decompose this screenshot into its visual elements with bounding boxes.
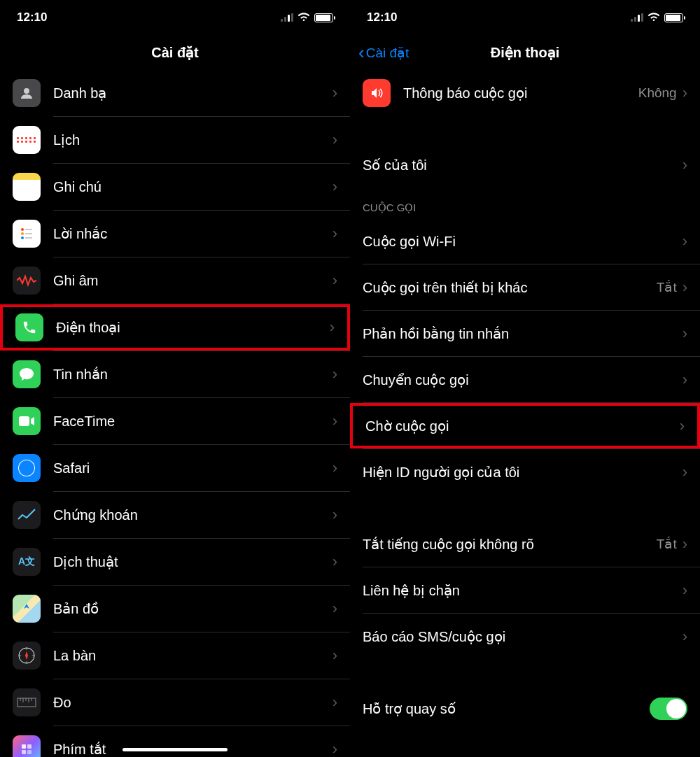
setting-label: Báo cáo SMS/cuộc gọi (363, 628, 682, 645)
chevron-right-icon: › (682, 628, 687, 646)
setting-label: Cuộc gọi trên thiết bị khác (363, 279, 657, 296)
settings-item-label: Lời nhắc (53, 225, 332, 242)
svg-rect-21 (22, 744, 26, 749)
notes-icon (13, 173, 41, 201)
settings-item-label: Điện thoại (56, 319, 330, 336)
chevron-right-icon: › (682, 581, 687, 600)
status-time: 12:10 (367, 10, 397, 24)
translate-icon: A文 (13, 548, 41, 576)
status-bar: 12:10 (0, 0, 350, 35)
wifi-icon (648, 11, 660, 24)
svg-point-0 (24, 88, 29, 94)
phone-settings-screen: 12:10 ‹ Cài đặt Điện thoại Thông báo cuộ… (350, 0, 700, 757)
setting-respond-text[interactable]: Phản hồi bằng tin nhắn › (350, 311, 700, 356)
setting-label: Liên hệ bị chặn (363, 582, 682, 599)
settings-item-compass[interactable]: La bàn › (0, 632, 350, 679)
chevron-right-icon: › (332, 459, 337, 477)
setting-label: Phản hồi bằng tin nhắn (363, 325, 682, 342)
chevron-right-icon: › (332, 600, 337, 618)
settings-item-shortcuts[interactable]: Phím tắt › (0, 726, 350, 757)
svg-rect-4 (25, 229, 32, 230)
settings-item-voice-memos[interactable]: Ghi âm › (0, 257, 350, 304)
settings-item-label: Dịch thuật (53, 553, 332, 570)
setting-value: Không (638, 85, 677, 101)
chevron-right-icon: › (332, 553, 337, 571)
chevron-right-icon: › (332, 740, 337, 757)
setting-label: Tắt tiếng cuộc gọi không rõ (363, 536, 657, 553)
chevron-right-icon: › (332, 131, 337, 149)
setting-calls-other-devices[interactable]: Cuộc gọi trên thiết bị khác Tắt › (350, 264, 700, 310)
chevron-right-icon: › (332, 84, 337, 102)
compass-icon (13, 642, 41, 670)
chevron-right-icon: › (332, 225, 337, 243)
stocks-icon (13, 501, 41, 529)
wifi-icon (298, 11, 310, 24)
setting-dial-assist[interactable]: Hỗ trợ quay số (350, 686, 700, 731)
settings-item-maps[interactable]: Bản đồ › (0, 586, 350, 632)
measure-icon (13, 688, 41, 716)
dial-assist-toggle[interactable] (650, 698, 687, 720)
svg-point-2 (21, 232, 24, 235)
setting-wifi-calling[interactable]: Cuộc gọi Wi-Fi › (350, 218, 700, 264)
settings-item-reminders[interactable]: Lời nhắc › (0, 211, 350, 257)
settings-item-label: Đo (53, 695, 332, 711)
chevron-right-icon: › (332, 412, 337, 430)
svg-rect-22 (27, 744, 31, 749)
settings-item-label: Safari (53, 460, 332, 476)
setting-call-forwarding[interactable]: Chuyển cuộc gọi › (350, 357, 700, 402)
phone-settings-list[interactable]: Thông báo cuộc gọi Không › Số của tôi › … (350, 70, 700, 731)
phone-icon (15, 313, 43, 341)
settings-item-translate[interactable]: A文 Dịch thuật › (0, 539, 350, 585)
home-indicator[interactable] (122, 748, 227, 751)
chevron-left-icon: ‹ (358, 43, 365, 62)
setting-sms-call-report[interactable]: Báo cáo SMS/cuộc gọi › (350, 614, 700, 659)
chevron-right-icon: › (680, 417, 685, 435)
setting-announce-calls[interactable]: Thông báo cuộc gọi Không › (350, 70, 700, 115)
back-button[interactable]: ‹ Cài đặt (358, 43, 409, 62)
setting-label: Chuyển cuộc gọi (363, 372, 682, 388)
settings-item-label: Ghi chú (53, 179, 332, 195)
settings-item-measure[interactable]: Đo › (0, 679, 350, 726)
voice-memos-icon (13, 267, 41, 295)
settings-item-contacts[interactable]: Danh bạ › (0, 70, 350, 116)
chevron-right-icon: › (332, 693, 337, 712)
setting-label: Cuộc gọi Wi-Fi (363, 233, 682, 250)
svg-point-9 (19, 460, 34, 476)
settings-item-safari[interactable]: Safari › (0, 445, 350, 491)
setting-label: Số của tôi (363, 157, 682, 174)
chevron-right-icon: › (682, 463, 687, 481)
settings-item-label: Ghi âm (53, 273, 332, 289)
chevron-right-icon: › (332, 271, 337, 290)
battery-icon (664, 13, 683, 22)
settings-item-label: Lịch (53, 132, 332, 148)
settings-item-facetime[interactable]: FaceTime › (0, 398, 350, 444)
settings-item-messages[interactable]: Tin nhắn › (0, 351, 350, 397)
setting-my-number[interactable]: Số của tôi › (350, 142, 700, 188)
setting-call-waiting[interactable]: Chờ cuộc gọi › (350, 403, 700, 448)
setting-blocked-contacts[interactable]: Liên hệ bị chặn › (350, 567, 700, 613)
settings-item-stocks[interactable]: Chứng khoán › (0, 492, 350, 538)
chevron-right-icon: › (682, 535, 687, 553)
settings-item-label: Tin nhắn (53, 366, 332, 383)
contacts-icon (13, 79, 41, 107)
setting-value: Tắt (657, 536, 677, 552)
settings-item-notes[interactable]: Ghi chú › (0, 164, 350, 210)
setting-silence-unknown[interactable]: Tắt tiếng cuộc gọi không rõ Tắt › (350, 521, 700, 567)
settings-item-label: Chứng khoán (53, 507, 332, 523)
nav-header: Cài đặt (0, 35, 350, 70)
svg-rect-24 (27, 750, 31, 754)
cellular-icon (631, 13, 643, 22)
nav-header: ‹ Cài đặt Điện thoại (350, 35, 700, 70)
safari-icon (13, 454, 41, 482)
settings-item-calendar[interactable]: Lịch › (0, 117, 350, 163)
maps-icon (13, 595, 41, 623)
messages-icon (13, 360, 41, 388)
settings-item-label: Danh bạ (53, 85, 332, 101)
svg-rect-23 (22, 750, 26, 754)
page-title: Điện thoại (491, 44, 559, 61)
settings-list[interactable]: Danh bạ › Lịch › Ghi chú › Lời nhắc › Gh… (0, 70, 350, 757)
settings-item-phone[interactable]: Điện thoại › (0, 304, 350, 351)
svg-point-1 (21, 228, 24, 231)
chevron-right-icon: › (332, 506, 337, 524)
setting-show-caller-id[interactable]: Hiện ID người gọi của tôi › (350, 449, 700, 495)
